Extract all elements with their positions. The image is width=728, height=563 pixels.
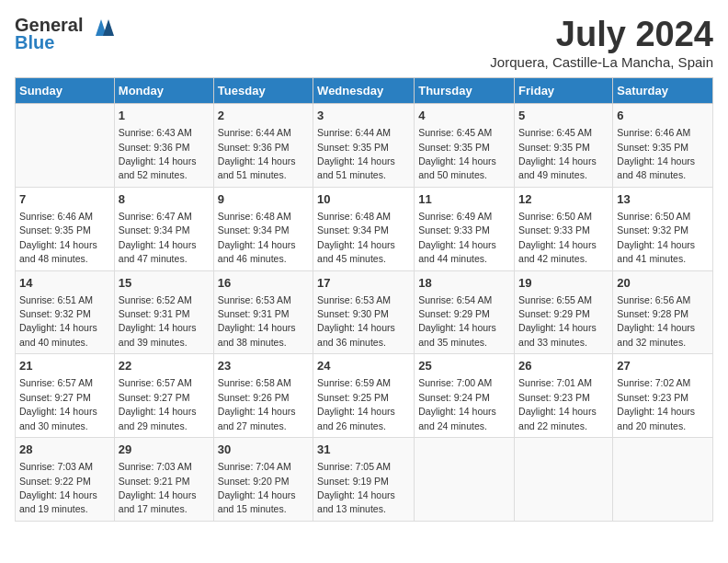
day-number: 31 (317, 442, 410, 458)
svg-marker-1 (103, 19, 114, 36)
calendar-cell: 31Sunrise: 7:05 AMSunset: 9:19 PMDayligh… (313, 438, 415, 522)
calendar-cell: 9Sunrise: 6:48 AMSunset: 9:34 PMDaylight… (213, 187, 313, 270)
day-number: 21 (19, 358, 110, 374)
calendar-cell: 7Sunrise: 6:46 AMSunset: 9:35 PMDaylight… (16, 187, 115, 270)
day-info: Sunrise: 6:48 AMSunset: 9:34 PMDaylight:… (317, 211, 395, 264)
day-number: 17 (317, 275, 410, 292)
day-info: Sunrise: 6:56 AMSunset: 9:28 PMDaylight:… (617, 294, 695, 348)
day-number: 24 (317, 358, 410, 374)
calendar-week-row: 14Sunrise: 6:51 AMSunset: 9:32 PMDayligh… (16, 270, 713, 354)
day-number: 12 (518, 191, 609, 208)
calendar-cell (515, 438, 613, 522)
calendar-cell: 5Sunrise: 6:45 AMSunset: 9:35 PMDaylight… (515, 104, 613, 188)
day-number: 19 (518, 275, 609, 292)
day-info: Sunrise: 6:47 AMSunset: 9:34 PMDaylight:… (119, 211, 197, 264)
day-number: 22 (119, 358, 210, 374)
day-info: Sunrise: 7:04 AMSunset: 9:20 PMDaylight:… (218, 461, 296, 514)
calendar-week-row: 28Sunrise: 7:03 AMSunset: 9:22 PMDayligh… (16, 438, 713, 522)
day-info: Sunrise: 7:03 AMSunset: 9:21 PMDaylight:… (119, 461, 197, 514)
day-info: Sunrise: 6:46 AMSunset: 9:35 PMDaylight:… (19, 211, 97, 264)
day-number: 6 (617, 108, 709, 124)
header-day: Sunday (16, 78, 115, 104)
calendar-cell: 29Sunrise: 7:03 AMSunset: 9:21 PMDayligh… (114, 438, 213, 522)
calendar-cell: 6Sunrise: 6:46 AMSunset: 9:35 PMDaylight… (613, 104, 713, 188)
calendar-cell: 28Sunrise: 7:03 AMSunset: 9:22 PMDayligh… (16, 438, 115, 522)
day-number: 10 (317, 191, 410, 208)
calendar-cell: 20Sunrise: 6:56 AMSunset: 9:28 PMDayligh… (613, 270, 713, 354)
day-info: Sunrise: 6:59 AMSunset: 9:25 PMDaylight:… (317, 377, 395, 431)
calendar-cell: 10Sunrise: 6:48 AMSunset: 9:34 PMDayligh… (313, 187, 415, 270)
header-day: Thursday (415, 78, 515, 104)
header-day: Wednesday (313, 78, 415, 104)
day-info: Sunrise: 6:51 AMSunset: 9:32 PMDaylight:… (19, 294, 97, 348)
day-number: 3 (317, 108, 410, 124)
day-info: Sunrise: 6:43 AMSunset: 9:36 PMDaylight:… (119, 127, 197, 180)
calendar-body: 1Sunrise: 6:43 AMSunset: 9:36 PMDaylight… (16, 104, 713, 522)
day-info: Sunrise: 6:45 AMSunset: 9:35 PMDaylight:… (418, 127, 496, 180)
day-number: 7 (19, 191, 110, 208)
header-day: Monday (114, 78, 213, 104)
calendar-cell: 13Sunrise: 6:50 AMSunset: 9:32 PMDayligh… (613, 187, 713, 270)
day-info: Sunrise: 6:58 AMSunset: 9:26 PMDaylight:… (218, 377, 296, 431)
day-number: 13 (617, 191, 709, 208)
calendar-cell: 2Sunrise: 6:44 AMSunset: 9:36 PMDaylight… (213, 104, 313, 188)
day-number: 23 (218, 358, 309, 374)
day-number: 4 (418, 108, 510, 124)
calendar-cell: 19Sunrise: 6:55 AMSunset: 9:29 PMDayligh… (515, 270, 613, 354)
calendar-cell (16, 104, 115, 188)
calendar-table: SundayMondayTuesdayWednesdayThursdayFrid… (15, 77, 713, 522)
day-number: 11 (418, 191, 510, 208)
day-info: Sunrise: 6:46 AMSunset: 9:35 PMDaylight:… (617, 127, 695, 180)
day-number: 27 (617, 358, 709, 374)
header-day: Friday (515, 78, 613, 104)
header-row: SundayMondayTuesdayWednesdayThursdayFrid… (16, 78, 713, 104)
day-info: Sunrise: 6:50 AMSunset: 9:32 PMDaylight:… (617, 211, 695, 264)
day-info: Sunrise: 7:02 AMSunset: 9:23 PMDaylight:… (617, 377, 695, 431)
calendar-cell: 11Sunrise: 6:49 AMSunset: 9:33 PMDayligh… (415, 187, 515, 270)
calendar-week-row: 7Sunrise: 6:46 AMSunset: 9:35 PMDaylight… (16, 187, 713, 270)
calendar-cell: 24Sunrise: 6:59 AMSunset: 9:25 PMDayligh… (313, 354, 415, 438)
page-header: General Blue July 2024 Jorquera, Castill… (15, 15, 713, 70)
logo-blue-text: Blue (15, 32, 54, 53)
title-area: July 2024 Jorquera, Castille-La Mancha, … (490, 15, 713, 70)
day-info: Sunrise: 6:44 AMSunset: 9:36 PMDaylight:… (218, 127, 296, 180)
day-info: Sunrise: 6:54 AMSunset: 9:29 PMDaylight:… (418, 294, 496, 348)
calendar-week-row: 1Sunrise: 6:43 AMSunset: 9:36 PMDaylight… (16, 104, 713, 188)
header-day: Tuesday (213, 78, 313, 104)
calendar-cell: 25Sunrise: 7:00 AMSunset: 9:24 PMDayligh… (415, 354, 515, 438)
day-number: 16 (218, 275, 309, 292)
calendar-cell: 8Sunrise: 6:47 AMSunset: 9:34 PMDaylight… (114, 187, 213, 270)
calendar-cell: 15Sunrise: 6:52 AMSunset: 9:31 PMDayligh… (114, 270, 213, 354)
day-info: Sunrise: 6:53 AMSunset: 9:31 PMDaylight:… (218, 294, 296, 348)
day-info: Sunrise: 6:55 AMSunset: 9:29 PMDaylight:… (518, 294, 597, 348)
calendar-cell (613, 438, 713, 522)
day-number: 25 (418, 358, 510, 374)
location: Jorquera, Castille-La Mancha, Spain (490, 54, 713, 70)
day-number: 8 (119, 191, 210, 208)
calendar-cell: 3Sunrise: 6:44 AMSunset: 9:35 PMDaylight… (313, 104, 415, 188)
day-info: Sunrise: 7:03 AMSunset: 9:22 PMDaylight:… (19, 461, 97, 514)
calendar-cell: 16Sunrise: 6:53 AMSunset: 9:31 PMDayligh… (213, 270, 313, 354)
day-info: Sunrise: 6:53 AMSunset: 9:30 PMDaylight:… (317, 294, 395, 348)
day-number: 5 (518, 108, 609, 124)
day-info: Sunrise: 6:52 AMSunset: 9:31 PMDaylight:… (119, 294, 197, 348)
day-info: Sunrise: 7:05 AMSunset: 9:19 PMDaylight:… (317, 461, 395, 514)
calendar-cell: 14Sunrise: 6:51 AMSunset: 9:32 PMDayligh… (16, 270, 115, 354)
logo-icon (86, 16, 116, 36)
day-number: 28 (19, 442, 110, 458)
day-number: 15 (119, 275, 210, 292)
day-info: Sunrise: 6:44 AMSunset: 9:35 PMDaylight:… (317, 127, 395, 180)
day-number: 29 (119, 442, 210, 458)
day-info: Sunrise: 6:49 AMSunset: 9:33 PMDaylight:… (418, 211, 496, 264)
day-number: 9 (218, 191, 309, 208)
calendar-cell: 4Sunrise: 6:45 AMSunset: 9:35 PMDaylight… (415, 104, 515, 188)
calendar-cell: 23Sunrise: 6:58 AMSunset: 9:26 PMDayligh… (213, 354, 313, 438)
day-number: 2 (218, 108, 309, 124)
month-title: July 2024 (490, 15, 713, 54)
logo: General Blue (15, 15, 116, 53)
calendar-cell: 27Sunrise: 7:02 AMSunset: 9:23 PMDayligh… (613, 354, 713, 438)
day-info: Sunrise: 6:50 AMSunset: 9:33 PMDaylight:… (518, 211, 597, 264)
calendar-cell: 1Sunrise: 6:43 AMSunset: 9:36 PMDaylight… (114, 104, 213, 188)
calendar-cell (415, 438, 515, 522)
day-info: Sunrise: 6:45 AMSunset: 9:35 PMDaylight:… (518, 127, 597, 180)
